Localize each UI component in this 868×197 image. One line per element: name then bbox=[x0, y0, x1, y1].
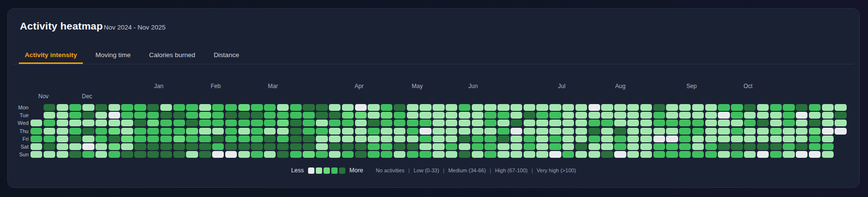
heatmap-cell[interactable] bbox=[251, 151, 263, 158]
heatmap-cell[interactable] bbox=[718, 112, 729, 119]
heatmap-cell[interactable] bbox=[121, 120, 133, 126]
heatmap-cell[interactable] bbox=[835, 120, 846, 126]
heatmap-cell[interactable] bbox=[186, 120, 198, 126]
heatmap-cell[interactable] bbox=[666, 143, 678, 150]
heatmap-cell[interactable] bbox=[407, 120, 418, 126]
heatmap-cell[interactable] bbox=[640, 143, 652, 150]
heatmap-cell[interactable] bbox=[627, 143, 639, 150]
heatmap-cell[interactable] bbox=[536, 136, 548, 142]
heatmap-cell[interactable] bbox=[160, 104, 172, 111]
heatmap-cell[interactable] bbox=[783, 143, 794, 150]
heatmap-cell[interactable] bbox=[264, 136, 276, 142]
heatmap-cell[interactable] bbox=[69, 143, 81, 150]
heatmap-cell[interactable] bbox=[666, 151, 678, 158]
heatmap-cell[interactable] bbox=[627, 128, 639, 135]
heatmap-cell[interactable] bbox=[238, 136, 250, 142]
heatmap-cell[interactable] bbox=[329, 104, 341, 111]
heatmap-cell[interactable] bbox=[225, 112, 237, 119]
heatmap-cell[interactable] bbox=[653, 112, 665, 119]
heatmap-cell[interactable] bbox=[731, 151, 743, 158]
heatmap-cell[interactable] bbox=[718, 128, 729, 135]
heatmap-cell[interactable] bbox=[562, 112, 574, 119]
heatmap-cell[interactable] bbox=[536, 120, 548, 126]
heatmap-cell[interactable] bbox=[238, 104, 250, 111]
heatmap-cell[interactable] bbox=[718, 120, 729, 126]
heatmap-cell[interactable] bbox=[95, 104, 107, 111]
heatmap-cell[interactable] bbox=[419, 112, 431, 119]
heatmap-cell[interactable] bbox=[57, 104, 68, 111]
heatmap-cell[interactable] bbox=[614, 112, 626, 119]
heatmap-cell[interactable] bbox=[614, 104, 626, 111]
heatmap-cell[interactable] bbox=[95, 136, 107, 142]
heatmap-cell[interactable] bbox=[82, 151, 94, 158]
heatmap-cell[interactable] bbox=[238, 143, 250, 150]
heatmap-cell[interactable] bbox=[653, 128, 665, 135]
heatmap-cell[interactable] bbox=[679, 128, 691, 135]
heatmap-cell[interactable] bbox=[31, 128, 42, 135]
heatmap-cell[interactable] bbox=[601, 151, 613, 158]
heatmap-cell[interactable] bbox=[251, 112, 263, 119]
heatmap-cell[interactable] bbox=[186, 104, 198, 111]
heatmap-cell[interactable] bbox=[484, 151, 496, 158]
heatmap-cell[interactable] bbox=[796, 128, 807, 135]
heatmap-cell[interactable] bbox=[718, 143, 729, 150]
heatmap-cell[interactable] bbox=[381, 104, 392, 111]
heatmap-cell[interactable] bbox=[134, 136, 146, 142]
heatmap-cell[interactable] bbox=[134, 128, 146, 135]
heatmap-cell[interactable] bbox=[368, 104, 379, 111]
heatmap-cell[interactable] bbox=[744, 151, 756, 158]
heatmap-cell[interactable] bbox=[744, 112, 756, 119]
heatmap-cell[interactable] bbox=[731, 143, 743, 150]
heatmap-cell[interactable] bbox=[809, 143, 821, 150]
heatmap-cell[interactable] bbox=[627, 112, 639, 119]
heatmap-cell[interactable] bbox=[134, 120, 146, 126]
heatmap-cell[interactable] bbox=[160, 151, 172, 158]
heatmap-cell[interactable] bbox=[640, 128, 652, 135]
heatmap-cell[interactable] bbox=[459, 143, 470, 150]
heatmap-cell[interactable] bbox=[82, 128, 94, 135]
heatmap-cell[interactable] bbox=[589, 128, 600, 135]
heatmap-cell[interactable] bbox=[419, 151, 431, 158]
heatmap-cell[interactable] bbox=[186, 151, 198, 158]
heatmap-cell[interactable] bbox=[316, 136, 327, 142]
heatmap-cell[interactable] bbox=[718, 151, 729, 158]
heatmap-cell[interactable] bbox=[589, 143, 600, 150]
heatmap-cell[interactable] bbox=[329, 128, 341, 135]
heatmap-cell[interactable] bbox=[601, 120, 613, 126]
heatmap-cell[interactable] bbox=[731, 112, 743, 119]
heatmap-cell[interactable] bbox=[783, 120, 794, 126]
heatmap-cell[interactable] bbox=[108, 128, 120, 135]
heatmap-cell[interactable] bbox=[484, 112, 496, 119]
heatmap-cell[interactable] bbox=[783, 151, 794, 158]
heatmap-cell[interactable] bbox=[549, 120, 561, 126]
heatmap-cell[interactable] bbox=[653, 143, 665, 150]
heatmap-cell[interactable] bbox=[69, 104, 81, 111]
heatmap-cell[interactable] bbox=[459, 136, 470, 142]
heatmap-cell[interactable] bbox=[627, 120, 639, 126]
heatmap-cell[interactable] bbox=[355, 104, 367, 111]
heatmap-cell[interactable] bbox=[614, 143, 626, 150]
heatmap-cell[interactable] bbox=[368, 120, 379, 126]
heatmap-cell[interactable] bbox=[497, 120, 509, 126]
heatmap-cell[interactable] bbox=[705, 104, 717, 111]
heatmap-cell[interactable] bbox=[160, 143, 172, 150]
heatmap-cell[interactable] bbox=[433, 128, 444, 135]
heatmap-cell[interactable] bbox=[822, 104, 834, 111]
heatmap-cell[interactable] bbox=[835, 128, 846, 135]
heatmap-cell[interactable] bbox=[225, 128, 237, 135]
heatmap-cell[interactable] bbox=[95, 151, 107, 158]
heatmap-cell[interactable] bbox=[368, 136, 379, 142]
heatmap-cell[interactable] bbox=[484, 120, 496, 126]
heatmap-cell[interactable] bbox=[796, 104, 807, 111]
heatmap-cell[interactable] bbox=[783, 136, 794, 142]
heatmap-cell[interactable] bbox=[653, 151, 665, 158]
heatmap-cell[interactable] bbox=[394, 104, 405, 111]
heatmap-cell[interactable] bbox=[342, 112, 354, 119]
heatmap-cell[interactable] bbox=[381, 112, 392, 119]
heatmap-cell[interactable] bbox=[484, 143, 496, 150]
heatmap-cell[interactable] bbox=[511, 120, 522, 126]
heatmap-cell[interactable] bbox=[147, 128, 159, 135]
heatmap-cell[interactable] bbox=[757, 151, 769, 158]
heatmap-cell[interactable] bbox=[744, 136, 756, 142]
heatmap-cell[interactable] bbox=[69, 151, 81, 158]
